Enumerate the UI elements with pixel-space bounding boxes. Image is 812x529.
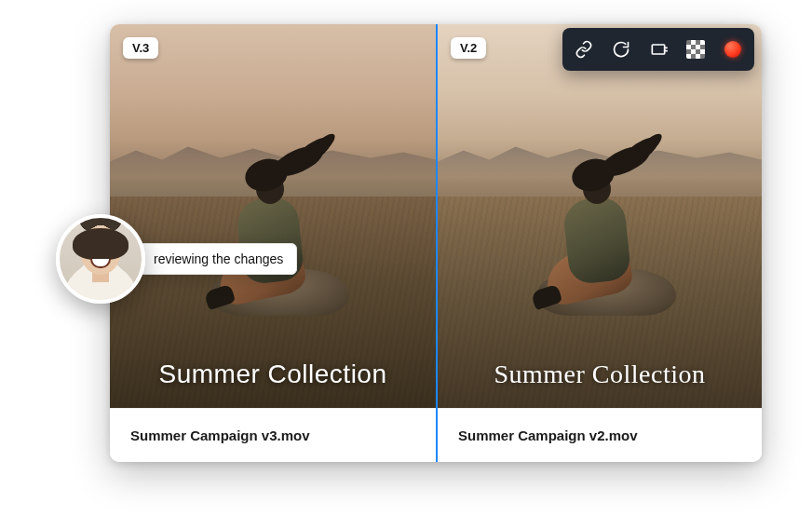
filename-left: Summer Campaign v3.mov [110, 408, 436, 462]
overlay-title-right: Summer Collection [438, 359, 762, 389]
reviewer-status: reviewing the changes [132, 243, 297, 275]
compare-pane-right: V.2 Summer Collection Summer Campaign v2… [436, 24, 762, 462]
link-icon[interactable] [574, 39, 594, 60]
transparency-icon[interactable] [685, 39, 706, 60]
svg-rect-0 [652, 45, 664, 54]
version-badge-left: V.3 [123, 37, 158, 59]
compare-toolbar [562, 28, 754, 71]
thumbnail-right[interactable]: V.2 Summer Collection [438, 24, 762, 408]
reviewer-presence: reviewing the changes [56, 214, 297, 304]
artboard-icon[interactable] [648, 39, 669, 60]
record-icon[interactable] [723, 39, 743, 60]
avatar[interactable] [56, 214, 145, 304]
version-badge-right: V.2 [451, 37, 486, 59]
filename-right: Summer Campaign v2.mov [438, 408, 762, 462]
overlay-title-left: Summer Collection [110, 359, 436, 389]
refresh-icon[interactable] [611, 39, 631, 60]
